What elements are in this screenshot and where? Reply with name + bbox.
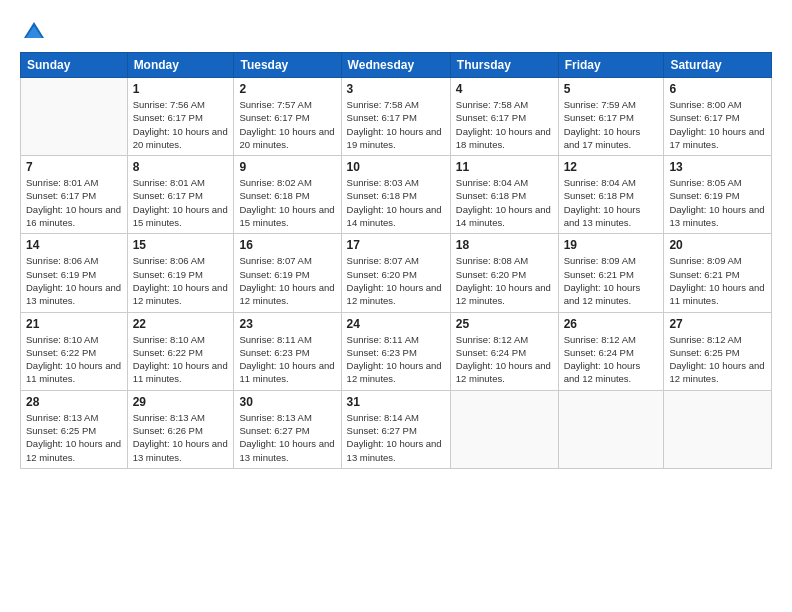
- calendar-cell: 9Sunrise: 8:02 AMSunset: 6:18 PMDaylight…: [234, 156, 341, 234]
- day-number: 28: [26, 395, 122, 409]
- day-info: Sunrise: 8:10 AMSunset: 6:22 PMDaylight:…: [133, 333, 229, 386]
- day-info: Sunrise: 8:00 AMSunset: 6:17 PMDaylight:…: [669, 98, 766, 151]
- calendar-cell: 5Sunrise: 7:59 AMSunset: 6:17 PMDaylight…: [558, 78, 664, 156]
- calendar-cell: 17Sunrise: 8:07 AMSunset: 6:20 PMDayligh…: [341, 234, 450, 312]
- day-number: 16: [239, 238, 335, 252]
- logo-icon: [20, 18, 48, 46]
- day-info: Sunrise: 8:02 AMSunset: 6:18 PMDaylight:…: [239, 176, 335, 229]
- calendar-cell: 31Sunrise: 8:14 AMSunset: 6:27 PMDayligh…: [341, 390, 450, 468]
- day-number: 30: [239, 395, 335, 409]
- day-number: 21: [26, 317, 122, 331]
- day-info: Sunrise: 7:58 AMSunset: 6:17 PMDaylight:…: [456, 98, 553, 151]
- day-number: 7: [26, 160, 122, 174]
- day-number: 1: [133, 82, 229, 96]
- calendar-cell: 18Sunrise: 8:08 AMSunset: 6:20 PMDayligh…: [450, 234, 558, 312]
- calendar-cell: 16Sunrise: 8:07 AMSunset: 6:19 PMDayligh…: [234, 234, 341, 312]
- day-info: Sunrise: 8:12 AMSunset: 6:24 PMDaylight:…: [564, 333, 659, 386]
- logo: [20, 18, 52, 46]
- day-number: 5: [564, 82, 659, 96]
- calendar-cell: 14Sunrise: 8:06 AMSunset: 6:19 PMDayligh…: [21, 234, 128, 312]
- day-info: Sunrise: 8:11 AMSunset: 6:23 PMDaylight:…: [239, 333, 335, 386]
- day-number: 31: [347, 395, 445, 409]
- calendar-cell: 2Sunrise: 7:57 AMSunset: 6:17 PMDaylight…: [234, 78, 341, 156]
- day-info: Sunrise: 8:05 AMSunset: 6:19 PMDaylight:…: [669, 176, 766, 229]
- calendar-cell: 19Sunrise: 8:09 AMSunset: 6:21 PMDayligh…: [558, 234, 664, 312]
- calendar-cell: 20Sunrise: 8:09 AMSunset: 6:21 PMDayligh…: [664, 234, 772, 312]
- day-info: Sunrise: 8:06 AMSunset: 6:19 PMDaylight:…: [133, 254, 229, 307]
- week-row-2: 7Sunrise: 8:01 AMSunset: 6:17 PMDaylight…: [21, 156, 772, 234]
- day-info: Sunrise: 8:01 AMSunset: 6:17 PMDaylight:…: [26, 176, 122, 229]
- calendar-cell: 29Sunrise: 8:13 AMSunset: 6:26 PMDayligh…: [127, 390, 234, 468]
- calendar-cell: 4Sunrise: 7:58 AMSunset: 6:17 PMDaylight…: [450, 78, 558, 156]
- calendar-cell: 23Sunrise: 8:11 AMSunset: 6:23 PMDayligh…: [234, 312, 341, 390]
- day-number: 27: [669, 317, 766, 331]
- day-number: 24: [347, 317, 445, 331]
- day-number: 26: [564, 317, 659, 331]
- calendar-cell: 27Sunrise: 8:12 AMSunset: 6:25 PMDayligh…: [664, 312, 772, 390]
- calendar-header-monday: Monday: [127, 53, 234, 78]
- day-number: 25: [456, 317, 553, 331]
- week-row-5: 28Sunrise: 8:13 AMSunset: 6:25 PMDayligh…: [21, 390, 772, 468]
- day-number: 22: [133, 317, 229, 331]
- calendar-header-sunday: Sunday: [21, 53, 128, 78]
- calendar-cell: 15Sunrise: 8:06 AMSunset: 6:19 PMDayligh…: [127, 234, 234, 312]
- calendar-header-friday: Friday: [558, 53, 664, 78]
- day-number: 2: [239, 82, 335, 96]
- day-number: 17: [347, 238, 445, 252]
- day-info: Sunrise: 8:07 AMSunset: 6:19 PMDaylight:…: [239, 254, 335, 307]
- day-number: 13: [669, 160, 766, 174]
- day-info: Sunrise: 7:58 AMSunset: 6:17 PMDaylight:…: [347, 98, 445, 151]
- day-info: Sunrise: 8:09 AMSunset: 6:21 PMDaylight:…: [669, 254, 766, 307]
- calendar-cell: 28Sunrise: 8:13 AMSunset: 6:25 PMDayligh…: [21, 390, 128, 468]
- day-info: Sunrise: 8:14 AMSunset: 6:27 PMDaylight:…: [347, 411, 445, 464]
- day-info: Sunrise: 7:59 AMSunset: 6:17 PMDaylight:…: [564, 98, 659, 151]
- day-number: 4: [456, 82, 553, 96]
- day-number: 15: [133, 238, 229, 252]
- week-row-1: 1Sunrise: 7:56 AMSunset: 6:17 PMDaylight…: [21, 78, 772, 156]
- calendar-cell: 12Sunrise: 8:04 AMSunset: 6:18 PMDayligh…: [558, 156, 664, 234]
- calendar-cell: [558, 390, 664, 468]
- calendar-cell: 3Sunrise: 7:58 AMSunset: 6:17 PMDaylight…: [341, 78, 450, 156]
- calendar-cell: 1Sunrise: 7:56 AMSunset: 6:17 PMDaylight…: [127, 78, 234, 156]
- day-info: Sunrise: 8:01 AMSunset: 6:17 PMDaylight:…: [133, 176, 229, 229]
- week-row-4: 21Sunrise: 8:10 AMSunset: 6:22 PMDayligh…: [21, 312, 772, 390]
- calendar-cell: 6Sunrise: 8:00 AMSunset: 6:17 PMDaylight…: [664, 78, 772, 156]
- calendar-cell: [21, 78, 128, 156]
- day-info: Sunrise: 8:13 AMSunset: 6:25 PMDaylight:…: [26, 411, 122, 464]
- calendar-cell: 26Sunrise: 8:12 AMSunset: 6:24 PMDayligh…: [558, 312, 664, 390]
- day-info: Sunrise: 8:13 AMSunset: 6:26 PMDaylight:…: [133, 411, 229, 464]
- calendar-header-thursday: Thursday: [450, 53, 558, 78]
- day-info: Sunrise: 8:04 AMSunset: 6:18 PMDaylight:…: [456, 176, 553, 229]
- calendar-cell: 21Sunrise: 8:10 AMSunset: 6:22 PMDayligh…: [21, 312, 128, 390]
- day-info: Sunrise: 8:09 AMSunset: 6:21 PMDaylight:…: [564, 254, 659, 307]
- day-info: Sunrise: 7:56 AMSunset: 6:17 PMDaylight:…: [133, 98, 229, 151]
- day-number: 3: [347, 82, 445, 96]
- calendar-cell: 10Sunrise: 8:03 AMSunset: 6:18 PMDayligh…: [341, 156, 450, 234]
- day-number: 8: [133, 160, 229, 174]
- day-number: 6: [669, 82, 766, 96]
- day-number: 20: [669, 238, 766, 252]
- calendar-cell: 22Sunrise: 8:10 AMSunset: 6:22 PMDayligh…: [127, 312, 234, 390]
- day-info: Sunrise: 8:12 AMSunset: 6:25 PMDaylight:…: [669, 333, 766, 386]
- day-info: Sunrise: 8:12 AMSunset: 6:24 PMDaylight:…: [456, 333, 553, 386]
- day-info: Sunrise: 8:04 AMSunset: 6:18 PMDaylight:…: [564, 176, 659, 229]
- calendar-cell: 25Sunrise: 8:12 AMSunset: 6:24 PMDayligh…: [450, 312, 558, 390]
- calendar-cell: 11Sunrise: 8:04 AMSunset: 6:18 PMDayligh…: [450, 156, 558, 234]
- calendar-cell: [450, 390, 558, 468]
- calendar-header-wednesday: Wednesday: [341, 53, 450, 78]
- calendar-header-saturday: Saturday: [664, 53, 772, 78]
- day-info: Sunrise: 7:57 AMSunset: 6:17 PMDaylight:…: [239, 98, 335, 151]
- calendar-cell: 8Sunrise: 8:01 AMSunset: 6:17 PMDaylight…: [127, 156, 234, 234]
- day-number: 9: [239, 160, 335, 174]
- day-info: Sunrise: 8:10 AMSunset: 6:22 PMDaylight:…: [26, 333, 122, 386]
- day-info: Sunrise: 8:08 AMSunset: 6:20 PMDaylight:…: [456, 254, 553, 307]
- day-number: 10: [347, 160, 445, 174]
- header: [20, 18, 772, 46]
- calendar-cell: 13Sunrise: 8:05 AMSunset: 6:19 PMDayligh…: [664, 156, 772, 234]
- day-info: Sunrise: 8:11 AMSunset: 6:23 PMDaylight:…: [347, 333, 445, 386]
- calendar-cell: [664, 390, 772, 468]
- page: SundayMondayTuesdayWednesdayThursdayFrid…: [0, 0, 792, 612]
- day-number: 12: [564, 160, 659, 174]
- day-info: Sunrise: 8:03 AMSunset: 6:18 PMDaylight:…: [347, 176, 445, 229]
- day-number: 29: [133, 395, 229, 409]
